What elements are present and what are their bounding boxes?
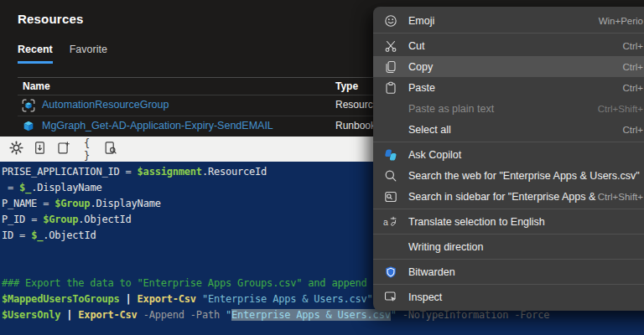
code-token: = xyxy=(126,166,138,178)
code-token xyxy=(120,293,126,305)
menu-item-bitwarden[interactable]: Bitwarden xyxy=(373,261,644,282)
menu-item-search-the-web-for-enterprise-apps-users[interactable]: Search the web for "Enterprise Apps & Us… xyxy=(373,165,644,186)
translate-icon: a xyxy=(383,214,397,229)
menu-item-cut[interactable]: CutCtrl+ xyxy=(373,35,644,56)
menu-item-label: Select all xyxy=(408,124,622,136)
tab-favorite[interactable]: Favorite xyxy=(70,44,107,64)
code-token: ID xyxy=(2,229,19,241)
code-token xyxy=(184,309,190,321)
menu-item-label: Search in sidebar for "Enterprise Apps &… xyxy=(408,191,598,203)
menu-separator xyxy=(373,234,644,234)
menu-item-writing-direction[interactable]: Writing direction xyxy=(373,236,644,257)
code-token: Export-Csv xyxy=(138,293,196,305)
menu-item-shortcut: Ctrl+ xyxy=(622,125,644,135)
code-token: .ResourceId xyxy=(202,166,267,178)
sidebar-search-icon xyxy=(383,189,397,204)
menu-item-label: Emoji xyxy=(408,15,599,27)
menu-item-label: Paste xyxy=(408,82,622,94)
column-header-type[interactable]: Type xyxy=(335,80,358,92)
code-token: -Append xyxy=(143,309,184,321)
settings-icon xyxy=(9,141,23,157)
braces-button[interactable]: { } xyxy=(79,142,95,157)
bitwarden-icon xyxy=(383,265,397,279)
menu-item-emoji[interactable]: EmojiWin+Perio xyxy=(373,10,644,31)
menu-item-label: Copy xyxy=(408,61,622,73)
add-file-icon xyxy=(56,141,70,157)
code-token: -NoTypeInformation xyxy=(402,309,508,321)
code-token: $Group xyxy=(55,198,90,209)
column-header-name[interactable]: Name xyxy=(23,80,50,92)
menu-item-label: Search the web for "Enterprise Apps & Us… xyxy=(408,170,643,182)
menu-item-shortcut: Ctrl+ xyxy=(622,41,644,51)
resource-link-mggraph-get-ad-application-expiry-sendem[interactable]: MgGraph_Get-AD-Application-Expiry-SendEM… xyxy=(42,120,273,131)
code-token: $assignment xyxy=(138,166,202,178)
inspect-icon xyxy=(383,290,397,304)
resource-link-automationresourcegroup[interactable]: AutomationResourceGroup xyxy=(42,99,169,111)
settings-button[interactable] xyxy=(8,142,24,157)
tab-recent[interactable]: Recent xyxy=(18,44,53,64)
code-token xyxy=(132,293,138,305)
code-token: $_ xyxy=(31,229,43,241)
code-token: = xyxy=(31,214,43,225)
tab-bar: Recent Favorite xyxy=(18,44,107,64)
preview-file-button[interactable] xyxy=(102,142,118,157)
context-menu: EmojiWin+PerioCutCtrl+CopyCtrl+PasteCtrl… xyxy=(373,7,644,311)
copy-icon xyxy=(383,59,397,74)
code-token: P_ID xyxy=(2,214,31,225)
preview-file-icon xyxy=(103,141,117,157)
menu-separator xyxy=(373,209,644,209)
code-token: .ObjectId xyxy=(43,229,96,241)
code-token: $_ xyxy=(19,182,31,193)
menu-item-shortcut: Ctrl+ xyxy=(622,83,644,93)
code-token: | xyxy=(126,293,132,305)
emoji-icon xyxy=(383,13,397,28)
code-token: $Group xyxy=(43,214,78,225)
add-file-button[interactable] xyxy=(55,142,71,157)
menu-item-shortcut: Ctrl+Shift+ xyxy=(598,104,644,114)
code-token: P_NAME xyxy=(2,198,43,209)
no-icon xyxy=(383,122,397,137)
import-file-button[interactable] xyxy=(32,142,48,157)
menu-item-inspect[interactable]: Inspect xyxy=(373,286,644,307)
code-token: $UsersOnly xyxy=(2,309,60,321)
menu-item-label: Writing direction xyxy=(408,241,643,253)
menu-item-shortcut: Win+Perio xyxy=(599,16,644,26)
code-token: $MappedUsersToGroups xyxy=(2,293,120,305)
code-token xyxy=(196,293,202,305)
code-token xyxy=(397,309,402,321)
runbook-icon xyxy=(21,119,36,134)
code-token: = xyxy=(2,182,19,193)
copilot-icon xyxy=(383,147,397,162)
menu-item-translate-selection-to-english[interactable]: aTranslate selection to English xyxy=(373,211,644,232)
svg-text:a: a xyxy=(383,216,388,226)
menu-item-label: Ask Copilot xyxy=(408,149,643,161)
menu-item-label: Bitwarden xyxy=(408,266,643,278)
menu-item-select-all[interactable]: Select allCtrl+ xyxy=(373,119,644,140)
code-token: " xyxy=(391,309,397,321)
code-token xyxy=(220,309,226,321)
menu-item-search-in-sidebar-for-enterprise-apps-us[interactable]: Search in sidebar for "Enterprise Apps &… xyxy=(373,186,644,207)
code-token: -Path xyxy=(190,309,220,321)
code-token: " xyxy=(226,309,231,321)
menu-item-shortcut: Ctrl+ xyxy=(622,62,644,72)
menu-item-paste[interactable]: PasteCtrl+ xyxy=(373,77,644,98)
menu-item-copy[interactable]: CopyCtrl+ xyxy=(373,56,644,77)
code-token: .ObjectId xyxy=(78,214,131,225)
resource-type: Runbook xyxy=(335,120,376,131)
code-token: "Enterprise Apps & Users.csv" xyxy=(202,293,373,305)
cut-icon xyxy=(383,39,397,53)
import-file-icon xyxy=(33,141,47,157)
code-token: .DisplayName xyxy=(90,198,160,209)
menu-separator xyxy=(373,33,644,34)
menu-item-ask-copilot[interactable]: Ask Copilot xyxy=(373,144,644,165)
tab-favorite-label: Favorite xyxy=(70,44,107,55)
tab-recent-label: Recent xyxy=(18,44,53,55)
resource-group-icon xyxy=(21,98,36,113)
braces-icon: { } xyxy=(79,137,95,162)
paste-icon xyxy=(383,80,397,95)
menu-separator xyxy=(373,259,644,260)
menu-item-label: Paste as plain text xyxy=(408,103,598,115)
menu-item-label: Cut xyxy=(408,40,622,52)
menu-item-paste-as-plain-text: Paste as plain textCtrl+Shift+ xyxy=(373,98,644,119)
code-token: PRISE_APPLICATION_ID xyxy=(2,166,126,178)
